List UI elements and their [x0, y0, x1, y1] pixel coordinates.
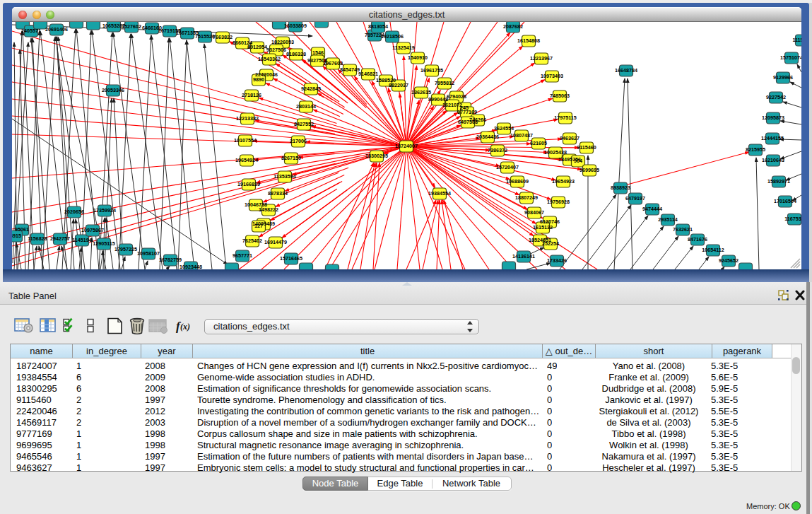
svg-text:9777169: 9777169: [457, 109, 477, 115]
svg-text:10107554: 10107554: [234, 137, 257, 144]
svg-text:16154808: 16154808: [517, 37, 540, 44]
svg-text:10975867: 10975867: [81, 227, 104, 233]
svg-text:12213967: 12213967: [530, 55, 553, 62]
svg-text:18807249: 18807249: [515, 194, 538, 201]
svg-text:1498222: 1498222: [259, 206, 278, 213]
svg-text:20691406: 20691406: [45, 26, 68, 33]
svg-text:10958107: 10958107: [137, 250, 160, 257]
svg-text:1156828: 1156828: [28, 235, 47, 242]
svg-text:7663822: 7663822: [213, 34, 233, 40]
svg-text:9699695: 9699695: [579, 167, 599, 173]
svg-text:8878334: 8878334: [268, 190, 288, 197]
svg-text:7955812: 7955812: [435, 80, 454, 86]
svg-text:2967608: 2967608: [323, 60, 343, 66]
svg-text:10923448: 10923448: [180, 264, 202, 269]
svg-text:1527602: 1527602: [122, 23, 141, 30]
svg-text:14136141: 14136141: [512, 253, 535, 259]
svg-text:127: 127: [254, 223, 263, 229]
svg-text:9657771: 9657771: [233, 252, 252, 259]
svg-text:7386372: 7386372: [488, 147, 507, 153]
svg-text:7625402: 7625402: [242, 238, 262, 244]
svg-text:9129966: 9129966: [773, 74, 793, 81]
svg-text:1362615: 1362615: [411, 89, 431, 95]
svg-text:16543362: 16543362: [258, 56, 281, 62]
svg-text:19166829: 19166829: [237, 181, 260, 187]
svg-text:19384554: 19384554: [428, 190, 451, 197]
svg-text:2718126: 2718126: [242, 92, 261, 98]
svg-text:12444155: 12444155: [761, 135, 784, 141]
svg-text:6794028: 6794028: [447, 93, 466, 100]
svg-text:9463627: 9463627: [560, 135, 579, 141]
svg-text:1115488: 1115488: [792, 37, 801, 43]
svg-text:3915: 3915: [12, 233, 21, 239]
svg-text:15751074: 15751074: [780, 54, 801, 61]
svg-text:19654924: 19654924: [235, 157, 258, 163]
svg-text:2405571: 2405571: [21, 28, 41, 34]
svg-text:16033809: 16033809: [284, 23, 307, 29]
svg-text:2087682: 2087682: [503, 23, 523, 30]
svg-text:9245652: 9245652: [719, 257, 739, 264]
svg-text:8427552: 8427552: [294, 121, 314, 127]
svg-text:20053346: 20053346: [102, 87, 124, 93]
svg-text:17016504: 17016504: [774, 198, 796, 204]
svg-text:6497568: 6497568: [458, 119, 478, 125]
svg-text:95061: 95061: [15, 226, 29, 233]
svg-text:18300295: 18300295: [365, 153, 388, 159]
svg-text:(x): (x): [180, 322, 190, 332]
svg-text:621605: 621605: [530, 140, 547, 146]
svg-text:2803144: 2803144: [296, 103, 316, 110]
svg-text:8267150: 8267150: [281, 155, 301, 161]
svg-text:1145194: 1145194: [72, 237, 92, 243]
svg-text:1733426: 1733426: [547, 257, 567, 264]
svg-text:9327506: 9327506: [266, 47, 286, 53]
svg-text:12095873: 12095873: [762, 115, 784, 121]
svg-text:2942757: 2942757: [50, 235, 70, 242]
svg-text:2020656: 2020656: [64, 209, 84, 215]
svg-text:16648784: 16648784: [615, 67, 637, 74]
svg-text:9146821: 9146821: [358, 71, 378, 77]
svg-text:9242845: 9242845: [301, 86, 321, 92]
svg-text:16914479: 16914479: [264, 239, 287, 245]
svg-text:20364436: 20364436: [476, 134, 499, 140]
svg-text:10654112: 10654112: [702, 247, 724, 253]
svg-text:8471676: 8471676: [688, 236, 707, 243]
svg-text:7515526: 7515526: [195, 33, 215, 40]
svg-text:19756928: 19756928: [547, 199, 570, 205]
svg-text:8215955: 8215955: [746, 146, 765, 153]
svg-text:17359924: 17359924: [93, 207, 116, 214]
svg-text:8822037: 8822037: [389, 82, 408, 88]
svg-text:904: 904: [574, 158, 582, 164]
svg-text:15720407: 15720407: [496, 164, 519, 170]
svg-text:3624554: 3624554: [494, 125, 514, 132]
svg-text:9115460: 9115460: [577, 144, 596, 151]
svg-text:10807487: 10807487: [510, 132, 533, 139]
svg-text:11353594: 11353594: [273, 173, 296, 180]
svg-text:1615132: 1615132: [533, 224, 553, 230]
svg-text:1167533: 1167533: [784, 216, 801, 222]
svg-text:9084067: 9084067: [524, 209, 544, 216]
svg-text:15716465: 15716465: [280, 255, 302, 262]
svg-text:10025438: 10025438: [544, 149, 567, 156]
svg-text:16782759: 16782759: [159, 257, 182, 263]
svg-text:10973493: 10973493: [541, 73, 563, 79]
svg-text:252254: 252254: [542, 240, 559, 247]
svg-text:17975115: 17975115: [554, 115, 577, 121]
svg-text:9474444: 9474444: [642, 206, 662, 212]
svg-text:7485063: 7485063: [550, 93, 570, 99]
svg-text:8454749: 8454749: [340, 66, 360, 73]
svg-text:19218506: 19218506: [381, 33, 404, 40]
svg-text:1546: 1546: [312, 49, 324, 56]
svg-text:18724007: 18724007: [395, 143, 418, 149]
svg-text:8813054: 8813054: [368, 23, 388, 30]
svg-text:10688609: 10688609: [506, 178, 529, 185]
svg-text:17957225: 17957225: [114, 246, 137, 252]
svg-text:9890: 9890: [253, 76, 264, 83]
svg-text:8186328: 8186328: [286, 51, 306, 57]
svg-text:16210643: 16210643: [762, 157, 784, 163]
svg-text:1621072: 1621072: [442, 102, 462, 108]
svg-text:19654923: 19654923: [552, 178, 575, 185]
svg-text:12213382: 12213382: [236, 115, 259, 122]
svg-text:6479197: 6479197: [625, 195, 645, 201]
svg-text:8912954: 8912954: [247, 44, 267, 50]
svg-text:15892971: 15892971: [767, 178, 790, 185]
